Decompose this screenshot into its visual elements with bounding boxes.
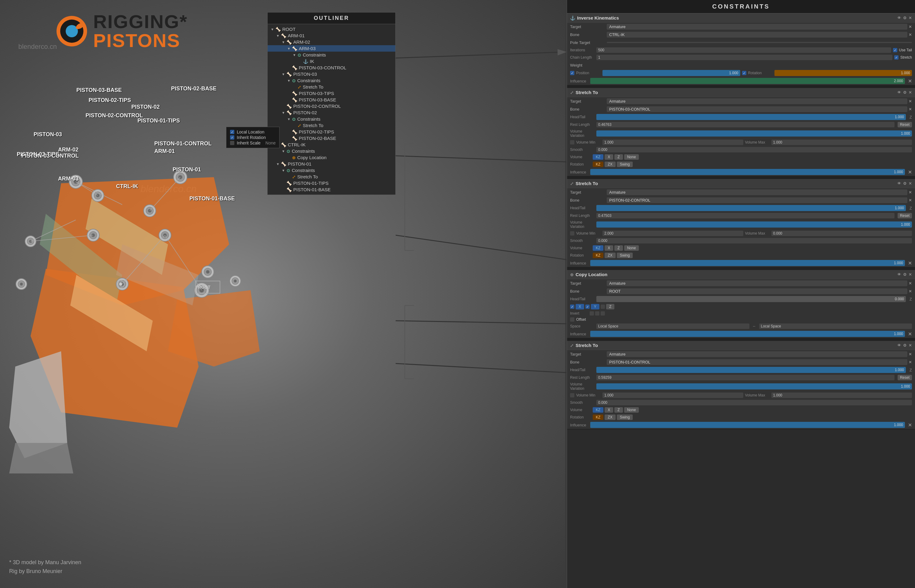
copy-x-check[interactable]: ✓ xyxy=(570,305,574,309)
stretch3-close[interactable]: ✕ xyxy=(909,343,912,347)
stretch2-influence-clear[interactable]: ✕ xyxy=(908,260,912,266)
stretch1-smooth-val[interactable]: 0.000 xyxy=(597,147,912,152)
stretch2-kz-btn[interactable]: KZ xyxy=(593,245,603,251)
copy-influence-bar[interactable]: 1.000 xyxy=(590,331,905,337)
copy-invert-x[interactable] xyxy=(590,311,594,315)
tree-item-arm01[interactable]: ▼ 🦴 ARM-01 xyxy=(268,32,395,39)
ik-iterations-value[interactable]: 500 xyxy=(597,47,891,53)
tree-item-piston01-constraints[interactable]: ▼ ⊙ Constraints xyxy=(268,167,395,173)
stretch3-headtail-bar[interactable]: 1.000 xyxy=(597,367,906,373)
stretch1-influence-clear[interactable]: ✕ xyxy=(908,169,912,175)
stretch1-none-btn[interactable]: None xyxy=(624,154,639,160)
stretch3-smooth-val[interactable]: 0.000 xyxy=(597,400,912,405)
stretch3-eye[interactable]: 👁 xyxy=(897,343,901,347)
copy-influence-clear[interactable]: ✕ xyxy=(908,331,912,337)
tree-item-arm03-constraints[interactable]: ▼ ⊙ Constraints xyxy=(268,52,395,58)
stretch2-kz2-btn[interactable]: KZ xyxy=(593,253,603,258)
ik-target-value[interactable]: Armature xyxy=(607,24,907,30)
copy-z-btn[interactable]: Z xyxy=(606,304,614,309)
stretch1-volmin-val[interactable]: 1.000 xyxy=(603,140,743,145)
stretch3-z-btn[interactable]: Z xyxy=(614,407,622,413)
stretch3-volmax-val[interactable]: 1.000 xyxy=(771,393,912,398)
copy-x-btn[interactable]: X xyxy=(576,304,584,309)
stretch1-volmax-val[interactable]: 1.000 xyxy=(771,140,912,145)
stretch2-bone-clear[interactable]: ✕ xyxy=(909,198,912,202)
stretch3-settings[interactable]: ⚙ xyxy=(903,343,907,347)
stretch3-volmin-check[interactable] xyxy=(570,393,574,397)
copy-y-btn[interactable]: Y xyxy=(591,304,600,309)
tree-item-piston02-stretch[interactable]: ⤢ Stretch To xyxy=(268,122,395,129)
stretch1-z-btn[interactable]: Z xyxy=(614,154,622,160)
tree-item-piston03control[interactable]: 🦴 PISTON-03-CONTROL xyxy=(268,65,395,71)
copy-space-to[interactable]: Local Space xyxy=(759,323,912,329)
copy-location-settings[interactable]: ⚙ xyxy=(903,272,907,277)
tree-item-ctrl-ik-copy[interactable]: ⊕ Copy Location xyxy=(268,154,395,161)
tree-item-piston03base[interactable]: 🦴 PISTON-03-BASE xyxy=(268,97,395,103)
tree-item-arm03-ik[interactable]: ⚓ IK xyxy=(268,58,395,65)
stretch2-reset-btn[interactable]: Reset xyxy=(897,213,912,218)
copy-target-clear[interactable]: ✕ xyxy=(909,281,912,286)
stretch2-zx-btn[interactable]: ZX xyxy=(605,253,615,258)
ik-rotation-check[interactable]: ✓ xyxy=(742,71,746,75)
copy-invert-z[interactable] xyxy=(601,311,605,315)
stretch2-volmin-val[interactable]: 2.000 xyxy=(603,231,743,236)
stretch2-target-value[interactable]: Armature xyxy=(607,189,907,195)
ik-position-bar[interactable]: 1.000 xyxy=(603,70,740,76)
stretch2-close[interactable]: ✕ xyxy=(909,181,912,186)
stretch2-volmax-val[interactable]: 0.000 xyxy=(771,231,912,236)
stretch3-target-value[interactable]: Armature xyxy=(607,351,907,357)
tree-item-piston02[interactable]: ▼ 🦴 PISTON-02 xyxy=(268,109,395,116)
tree-item-piston03-constraints[interactable]: ▼ ⊙ Constraints xyxy=(268,77,395,84)
tree-item-ctrl-ik-constraints[interactable]: ▼ ⊙ Constraints xyxy=(268,148,395,154)
stretch3-zx-btn[interactable]: ZX xyxy=(605,415,615,420)
tree-item-piston03-stretch[interactable]: ⤢ Stretch To xyxy=(268,84,395,90)
stretch2-settings[interactable]: ⚙ xyxy=(903,181,907,186)
ik-influence-clear[interactable]: ✕ xyxy=(908,78,912,84)
stretch2-z-btn[interactable]: Z xyxy=(614,245,622,251)
stretch3-target-clear[interactable]: ✕ xyxy=(909,352,912,357)
ik-eye-button[interactable]: 👁 xyxy=(897,16,901,20)
tree-item-piston03[interactable]: ▼ 🦴 PISTON-03 xyxy=(268,71,395,77)
stretch1-zx-btn[interactable]: ZX xyxy=(605,162,615,167)
stretch2-influence-bar[interactable]: 1.000 xyxy=(590,260,905,266)
ik-position-check[interactable]: ✓ xyxy=(570,71,574,75)
copy-y-check[interactable]: ✓ xyxy=(585,305,590,309)
stretch1-volmin-check[interactable] xyxy=(570,140,574,144)
copy-headtail-bar[interactable]: 0.000 xyxy=(597,296,906,302)
ik-stretch-check[interactable]: ✓ xyxy=(894,55,899,60)
stretch3-bone-value[interactable]: PISTON-01-CONTROL xyxy=(607,359,907,365)
stretch3-volvar-bar[interactable]: 1.000 xyxy=(597,383,912,389)
stretch1-x-btn[interactable]: X xyxy=(605,154,613,160)
stretch1-reset-btn[interactable]: Reset xyxy=(897,122,912,128)
stretch1-bone-clear[interactable]: ✕ xyxy=(909,107,912,111)
copy-z-check[interactable] xyxy=(601,305,605,309)
stretch2-volvar-bar[interactable]: 1.000 xyxy=(597,221,912,228)
tree-item-piston01-stretch[interactable]: ⤢ Stretch To xyxy=(268,173,395,180)
stretch1-headtail-bar[interactable]: 1.000 xyxy=(597,114,906,120)
stretch3-bone-clear[interactable]: ✕ xyxy=(909,360,912,364)
stretch1-volvar-bar[interactable]: 1.000 xyxy=(597,131,912,137)
stretch1-target-value[interactable]: Armature xyxy=(607,99,907,104)
stretch2-eye[interactable]: 👁 xyxy=(897,181,901,186)
ik-influence-bar[interactable]: 2.000 xyxy=(590,78,905,84)
stretch1-restlength-val[interactable]: 0.46763 xyxy=(597,122,894,128)
stretch3-none-btn[interactable]: None xyxy=(624,407,639,413)
stretch2-bone-value[interactable]: PISTON-02-CONTROL xyxy=(607,197,907,203)
stretch1-swing-btn[interactable]: Swing xyxy=(617,162,633,167)
tree-item-arm03[interactable]: ▼ 🦴 ARM-03 xyxy=(268,45,395,52)
tree-item-arm02[interactable]: ▼ 🦴 ARM-02 xyxy=(268,39,395,45)
stretch1-settings[interactable]: ⚙ xyxy=(903,90,907,95)
tree-item-piston02-constraints[interactable]: ▼ ⊙ Constraints xyxy=(268,116,395,122)
stretch2-target-clear[interactable]: ✕ xyxy=(909,190,912,195)
tree-item-piston01base[interactable]: 🦴 PISTON-01-BASE xyxy=(268,186,395,193)
stretch1-influence-bar[interactable]: 1.000 xyxy=(590,169,905,175)
tree-item-piston02control[interactable]: 🦴 PISTON-02-CONTROL xyxy=(268,103,395,109)
stretch1-close[interactable]: ✕ xyxy=(909,90,912,95)
stretch2-restlength-val[interactable]: 0.47503 xyxy=(597,213,894,218)
stretch1-bone-value[interactable]: PISTON-03-CONTROL xyxy=(607,106,907,112)
ik-chain-value[interactable]: 1 xyxy=(597,55,892,60)
ik-settings-button[interactable]: ⚙ xyxy=(903,16,907,20)
tree-item-piston03tips[interactable]: 🦴 PISTON-03-TIPS xyxy=(268,90,395,97)
ik-bone-clear[interactable]: ✕ xyxy=(909,32,912,37)
copy-location-eye[interactable]: 👁 xyxy=(897,272,901,277)
